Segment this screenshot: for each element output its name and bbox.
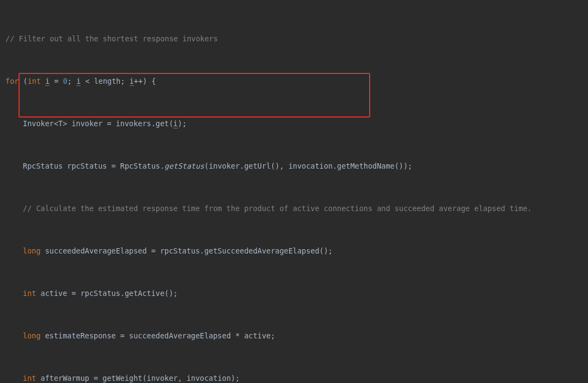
literal: 0 <box>63 77 68 85</box>
code-editor[interactable]: // Filter out all the shortest response … <box>0 0 588 383</box>
code-line: long succeededAverageElapsed = rpcStatus… <box>5 244 583 258</box>
var-i: i <box>173 119 177 128</box>
code: active = rpcStatus.getActive(); <box>36 289 177 298</box>
code-line: int active = rpcStatus.getActive(); <box>5 286 583 300</box>
code: (invoker.getUrl(), invocation.getMethodN… <box>204 162 412 170</box>
code: RpcStatus rpcStatus = RpcStatus. <box>23 162 164 170</box>
punct: ); <box>178 119 187 128</box>
code: invoker = invokers.get( <box>67 119 173 128</box>
code-line: RpcStatus rpcStatus = RpcStatus.getStatu… <box>5 159 583 173</box>
code-line: Invoker<T> invoker = invokers.get(i); <box>5 116 583 131</box>
keyword-long: long <box>23 246 41 255</box>
var-i: i <box>130 77 134 86</box>
code: estimateResponse = succeededAverageElaps… <box>41 331 275 340</box>
punct: ; <box>120 77 129 85</box>
keyword-long: long <box>23 331 41 340</box>
static-method: getStatus <box>164 162 204 170</box>
var: length <box>94 77 121 85</box>
code-line: // Filter out all the shortest response … <box>5 32 583 46</box>
punct: ( <box>19 77 27 85</box>
comment: // Filter out all the shortest response … <box>5 34 218 43</box>
punct: ; <box>68 77 76 85</box>
keyword-int: int <box>23 289 36 298</box>
keyword-int: int <box>28 77 41 85</box>
op: < <box>81 77 94 85</box>
code: succeededAverageElapsed = rpcStatus.getS… <box>41 246 333 255</box>
code-line: // Calculate the estimated response time… <box>5 201 583 215</box>
comment: // Calculate the estimated response time… <box>23 204 532 213</box>
keyword-int: int <box>23 374 36 382</box>
code-line: int afterWarmup = getWeight(invoker, inv… <box>5 371 583 383</box>
keyword-for: for <box>5 77 19 85</box>
code: afterWarmup = getWeight(invoker, invocat… <box>36 374 240 382</box>
op: = <box>50 77 63 85</box>
code-line: for (int i = 0; i < length; i++) { <box>5 74 583 88</box>
type: Invoker<T> <box>23 119 67 128</box>
code-line: long estimateResponse = succeededAverage… <box>5 329 583 343</box>
punct: ++) { <box>134 77 156 85</box>
